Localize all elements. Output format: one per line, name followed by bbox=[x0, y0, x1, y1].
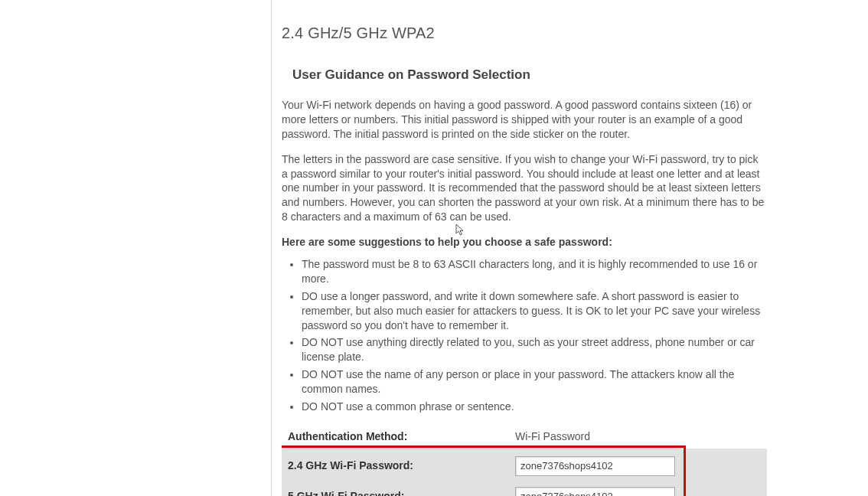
guidance-paragraph-1: Your Wi-Fi network depends on having a g… bbox=[282, 98, 767, 142]
password-panel: 2.4 GHz Wi-Fi Password: 5 GHz Wi-Fi Pass… bbox=[282, 449, 767, 496]
auth-method-row: Authentication Method: Wi-Fi Password bbox=[288, 429, 767, 444]
suggestion-item: The password must be 8 to 63 ASCII chara… bbox=[302, 257, 767, 286]
suggestion-item: DO NOT use the name of any person or pla… bbox=[302, 367, 767, 396]
password-5ghz-input[interactable] bbox=[515, 487, 675, 496]
password-24ghz-label: 2.4 GHz Wi-Fi Password: bbox=[288, 458, 515, 473]
auth-method-label: Authentication Method: bbox=[288, 429, 515, 444]
guidance-paragraph-2: The letters in the password are case sen… bbox=[282, 152, 767, 224]
guidance-heading: User Guidance on Password Selection bbox=[292, 67, 767, 84]
router-admin-page: 2.4 GHz/5 GHz WPA2 User Guidance on Pass… bbox=[0, 0, 868, 496]
vertical-divider bbox=[271, 0, 272, 496]
content-area: 2.4 GHz/5 GHz WPA2 User Guidance on Pass… bbox=[282, 23, 767, 496]
suggestion-item: DO NOT use anything directly related to … bbox=[302, 335, 767, 364]
auth-method-value: Wi-Fi Password bbox=[515, 429, 590, 444]
page-title: 2.4 GHz/5 GHz WPA2 bbox=[282, 23, 767, 44]
password-5ghz-label: 5 GHz Wi-Fi Password: bbox=[288, 489, 515, 496]
password-row-5ghz: 5 GHz Wi-Fi Password: bbox=[282, 479, 767, 496]
password-row-24ghz: 2.4 GHz Wi-Fi Password: bbox=[282, 449, 767, 479]
suggestion-item: DO use a longer password, and write it d… bbox=[302, 289, 767, 333]
suggestions-list: The password must be 8 to 63 ASCII chara… bbox=[282, 257, 767, 414]
password-24ghz-input[interactable] bbox=[515, 456, 675, 476]
suggestions-lead: Here are some suggestions to help you ch… bbox=[282, 235, 767, 250]
suggestion-item: DO NOT use a common phrase or sentence. bbox=[302, 400, 767, 414]
